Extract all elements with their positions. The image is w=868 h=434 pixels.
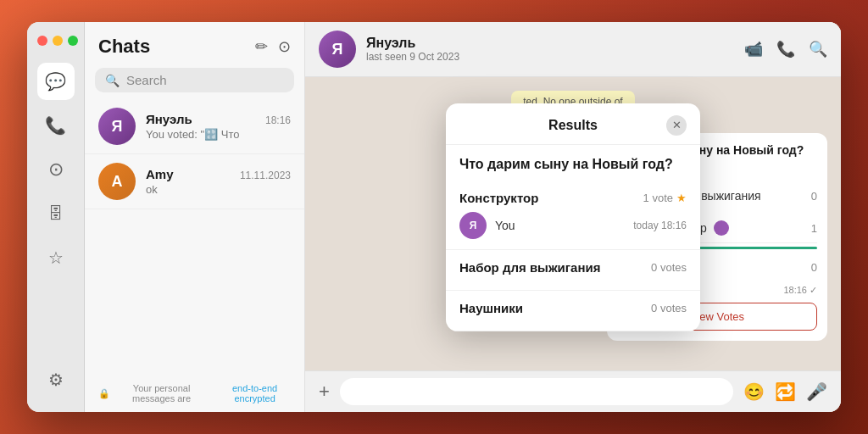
modal-option-votes-2: 0 votes bbox=[651, 261, 687, 274]
header-icons: ✏ ⊙ bbox=[255, 37, 291, 56]
chat-name-januell: Януэль bbox=[146, 112, 192, 126]
modal-option-name-2: Набор для выжигания bbox=[459, 260, 600, 275]
app-window: 💬 📞 ⊙ 🗄 ☆ ⚙ Chats ✏ ⊙ 🔍 Search bbox=[27, 22, 841, 412]
sidebar-item-archive[interactable]: 🗄 bbox=[37, 195, 75, 232]
chat-name-amy: Amy bbox=[146, 167, 174, 181]
chat-list-header: Chats ✏ ⊙ bbox=[85, 22, 304, 64]
modal-option-3: Наушники 0 votes bbox=[446, 291, 700, 331]
avatar-januell: Я bbox=[98, 108, 136, 145]
compose-icon[interactable]: ✏ bbox=[255, 37, 268, 56]
modal-voter-avatar-1: Я bbox=[459, 212, 487, 239]
app-body: 💬 📞 ⊙ 🗄 ☆ ⚙ Chats ✏ ⊙ 🔍 Search bbox=[27, 22, 841, 412]
chat-time-januell: 18:16 bbox=[265, 114, 291, 126]
search-icon: 🔍 bbox=[105, 74, 120, 87]
modal-option-votes-3: 0 votes bbox=[651, 302, 687, 314]
chat-main: Я Януэль last seen 9 Oct 2023 📹 📞 🔍 ted.… bbox=[305, 22, 841, 412]
modal-option-1: Конструктор 1 vote ★ Я You today 18:16 bbox=[446, 181, 700, 250]
maximize-button[interactable] bbox=[68, 36, 78, 46]
close-button[interactable] bbox=[37, 36, 47, 46]
modal-option-2: Набор для выжигания 0 votes bbox=[446, 250, 700, 291]
modal-title: Results bbox=[480, 118, 666, 133]
chat-item-amy[interactable]: A Amy 11.11.2023 ok bbox=[85, 154, 304, 209]
sidebar-item-starred[interactable]: ☆ bbox=[37, 239, 75, 276]
modal-voter-name-1: You bbox=[495, 219, 515, 232]
chat-time-amy: 11.11.2023 bbox=[240, 170, 291, 181]
sidebar-item-settings[interactable]: ⚙ bbox=[37, 361, 75, 398]
search-bar[interactable]: 🔍 Search bbox=[95, 68, 294, 92]
modal-header: Results ✕ bbox=[446, 103, 700, 145]
chat-preview-amy: ok bbox=[146, 183, 291, 196]
icon-sidebar: 💬 📞 ⊙ 🗄 ☆ ⚙ bbox=[27, 22, 85, 412]
encrypted-notice: 🔒 Your personal messages are end-to-end … bbox=[85, 375, 304, 412]
modal-option-name-1: Конструктор bbox=[459, 191, 538, 205]
chat-item-januell[interactable]: Я Януэль 18:16 You voted: "🔡 Что bbox=[85, 99, 304, 154]
chat-info-amy: Amy 11.11.2023 ok bbox=[146, 167, 291, 196]
modal-voter-1: Я You today 18:16 bbox=[459, 212, 687, 239]
minimize-button[interactable] bbox=[53, 36, 63, 46]
modal-voter-time-1: today 18:16 bbox=[633, 220, 687, 231]
traffic-lights bbox=[27, 36, 78, 46]
modal-close-button[interactable]: ✕ bbox=[666, 115, 687, 136]
avatar-amy: A bbox=[98, 163, 136, 200]
chat-items: Я Януэль 18:16 You voted: "🔡 Что A Amy bbox=[85, 99, 304, 375]
encrypted-text: Your personal messages are bbox=[114, 383, 209, 403]
star-icon: ★ bbox=[676, 192, 687, 204]
modal-overlay: Results ✕ Что дарим сыну на Новый год? К… bbox=[305, 22, 841, 412]
encrypted-link[interactable]: end-to-end encrypted bbox=[219, 383, 291, 403]
sidebar-item-calls[interactable]: 📞 bbox=[37, 107, 75, 144]
modal-option-name-3: Наушники bbox=[459, 301, 523, 315]
icon-nav: 💬 📞 ⊙ 🗄 ☆ bbox=[37, 63, 75, 361]
search-placeholder: Search bbox=[126, 73, 167, 87]
modal-question: Что дарим сыну на Новый год? bbox=[446, 145, 700, 181]
results-modal: Results ✕ Что дарим сыну на Новый год? К… bbox=[446, 103, 700, 331]
chat-list-title: Chats bbox=[98, 36, 150, 58]
sidebar-item-status[interactable]: ⊙ bbox=[37, 151, 75, 188]
sidebar-item-chats[interactable]: 💬 bbox=[37, 63, 75, 100]
chat-list-panel: Chats ✏ ⊙ 🔍 Search Я Януэль 18:16 bbox=[85, 22, 305, 412]
menu-icon[interactable]: ⊙ bbox=[278, 37, 291, 56]
chat-info-januell: Януэль 18:16 You voted: "🔡 Что bbox=[146, 112, 291, 141]
chat-preview-januell: You voted: "🔡 Что bbox=[146, 128, 291, 141]
modal-option-votes-1: 1 vote ★ bbox=[643, 192, 687, 204]
